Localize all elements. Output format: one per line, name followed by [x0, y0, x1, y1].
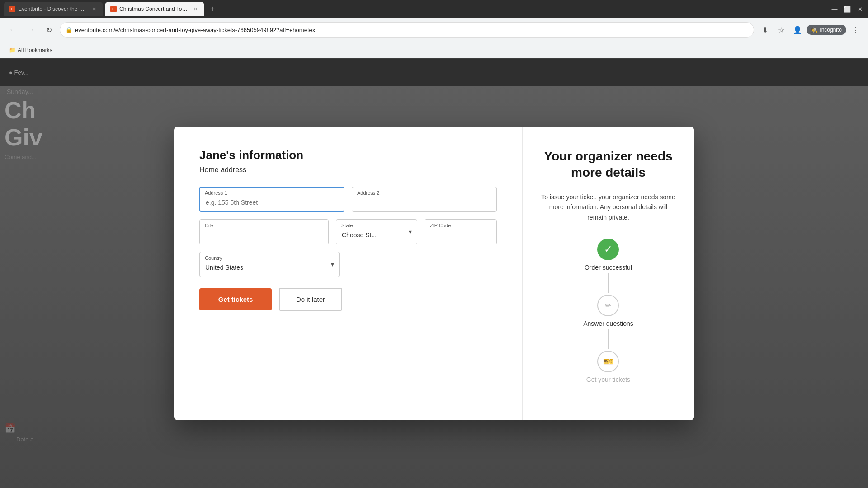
forward-button[interactable]: →	[24, 23, 38, 37]
zip-field: ZIP Code	[425, 219, 497, 244]
get-tickets-button[interactable]: Get tickets	[199, 288, 272, 310]
form-buttons: Get tickets Do it later	[199, 288, 497, 311]
ticket-icon: 🎫	[603, 357, 613, 366]
form-subtitle: Home address	[199, 166, 497, 174]
download-icon[interactable]: ⬇	[758, 23, 772, 37]
step-get-tickets: 🎫 Get your tickets	[586, 351, 630, 383]
country-field: Country United States Canada United King…	[199, 252, 340, 277]
address1-label: Address 1	[205, 190, 227, 196]
step-connector-2	[608, 329, 609, 349]
browser-chrome: E Eventbrite - Discover the Best L... ✕ …	[0, 0, 868, 59]
incognito-icon: 🕵	[811, 27, 818, 33]
tab-favicon-2: E	[110, 6, 117, 12]
steps-container: ✓ Order successful ✏ Answer questions	[541, 239, 676, 383]
right-panel-title: Your organizer needs more details	[541, 148, 676, 181]
bookmark-icon[interactable]: ☆	[774, 23, 788, 37]
title-bar: E Eventbrite - Discover the Best L... ✕ …	[0, 0, 868, 18]
city-label: City	[205, 223, 213, 228]
state-label: State	[341, 223, 353, 228]
state-field: State Choose St... Alabama California Ne…	[336, 219, 417, 244]
profile-icon[interactable]: 👤	[790, 23, 805, 37]
tab-close-1[interactable]: ✕	[90, 5, 98, 13]
address2-field: Address 2	[352, 187, 497, 212]
step-answer-icon: ✏	[597, 295, 619, 316]
tab-favicon-1: E	[9, 6, 15, 12]
country-row: Country United States Canada United King…	[199, 252, 497, 277]
incognito-label: Incognito	[820, 27, 842, 33]
bookmarks-bar: 📁 All Bookmarks	[0, 42, 868, 58]
address-bar-url: eventbrite.com/e/christmas-concert-and-t…	[75, 27, 317, 33]
city-input[interactable]	[199, 219, 329, 244]
modal-overlay: Jane's information Home address Address …	[0, 59, 868, 488]
step-order-icon: ✓	[597, 239, 619, 260]
nav-actions: ⬇ ☆ 👤 🕵 Incognito ⋮	[758, 23, 863, 37]
page-background: ● Fev... Sunday... Ch Giv Come and... 📅 …	[0, 59, 868, 488]
refresh-button[interactable]: ↻	[42, 23, 56, 37]
back-button[interactable]: ←	[5, 23, 20, 37]
address1-field: Address 1	[199, 187, 344, 212]
step-answer-label: Answer questions	[583, 320, 633, 327]
right-panel-description: To issue your ticket, your organizer nee…	[541, 192, 676, 222]
city-state-zip-row: City State Choose St... Alabama Californ…	[199, 219, 497, 244]
menu-icon[interactable]: ⋮	[848, 23, 863, 37]
address2-label: Address 2	[357, 190, 380, 196]
address-bar[interactable]: 🔒 eventbrite.com/e/christmas-concert-and…	[60, 22, 754, 38]
country-label: Country	[205, 255, 222, 261]
maximize-button[interactable]: ⬜	[843, 5, 852, 14]
bookmarks-folder[interactable]: 📁 All Bookmarks	[5, 45, 56, 55]
window-controls: — ⬜ ✕	[830, 5, 864, 14]
modal-info-panel: Your organizer needs more details To iss…	[522, 127, 694, 420]
tab-title-2: Christmas Concert and Toy Giv...	[119, 6, 189, 12]
new-tab-button[interactable]: +	[206, 3, 219, 15]
tab-title-1: Eventbrite - Discover the Best L...	[18, 6, 88, 12]
lock-icon: 🔒	[66, 27, 72, 33]
modal-dialog: Jane's information Home address Address …	[174, 127, 694, 420]
tab-close-2[interactable]: ✕	[192, 5, 199, 13]
step-order-successful: ✓ Order successful	[585, 239, 632, 271]
bookmarks-label: All Bookmarks	[18, 47, 52, 53]
step-tickets-label: Get your tickets	[586, 376, 630, 383]
do-it-later-button[interactable]: Do it later	[279, 288, 342, 311]
incognito-badge: 🕵 Incognito	[807, 25, 846, 35]
nav-bar: ← → ↻ 🔒 eventbrite.com/e/christmas-conce…	[0, 18, 868, 42]
minimize-button[interactable]: —	[830, 5, 839, 14]
tab-eventbrite[interactable]: E Eventbrite - Discover the Best L... ✕	[4, 2, 103, 16]
close-button[interactable]: ✕	[855, 5, 864, 14]
pencil-icon: ✏	[605, 300, 612, 310]
step-answer-questions: ✏ Answer questions	[583, 295, 633, 327]
form-title: Jane's information	[199, 148, 497, 162]
address-row-1: Address 1 Address 2	[199, 187, 497, 212]
folder-icon: 📁	[9, 47, 16, 53]
city-field: City	[199, 219, 329, 244]
step-tickets-icon: 🎫	[597, 351, 619, 372]
zip-label: ZIP Code	[430, 223, 451, 228]
modal-form-panel: Jane's information Home address Address …	[174, 127, 522, 420]
step-order-label: Order successful	[585, 264, 632, 271]
checkmark-icon: ✓	[604, 244, 612, 255]
step-connector-1	[608, 273, 609, 293]
tab-christmas[interactable]: E Christmas Concert and Toy Giv... ✕	[105, 2, 204, 16]
